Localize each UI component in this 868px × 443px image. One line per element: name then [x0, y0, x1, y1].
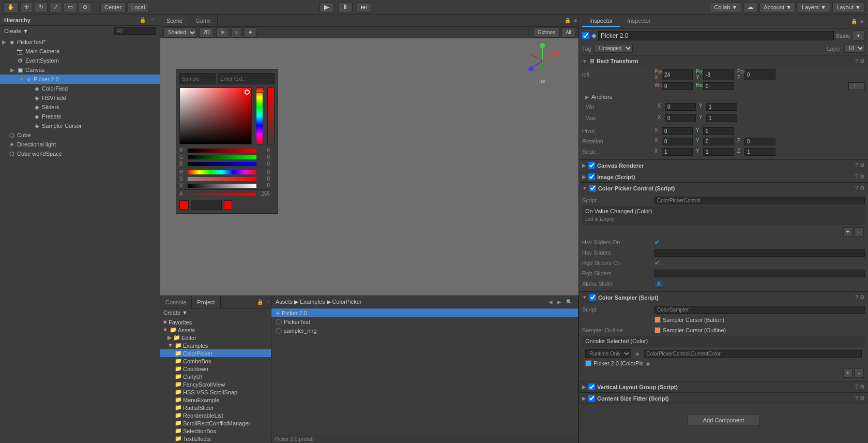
cpc-info-icon[interactable]: ? — [855, 185, 858, 191]
pos-y-input[interactable] — [703, 69, 734, 80]
tree-item-cube[interactable]: ⬡ Cube — [0, 130, 160, 140]
assets-item-cooldown[interactable]: 📁 Cooldown — [160, 365, 271, 373]
obj-active-checkbox[interactable] — [582, 32, 589, 39]
tree-item-hsv-field[interactable]: ◈ HSVField — [0, 93, 160, 102]
cpc-settings-icon[interactable]: ⚙ — [860, 185, 865, 191]
b-slider[interactable] — [188, 162, 256, 166]
anchors-header[interactable]: ▶ Anchors — [585, 94, 862, 100]
width-input[interactable] — [662, 82, 693, 90]
center-btn[interactable]: Center — [100, 2, 126, 12]
pivot-x-input[interactable] — [662, 127, 693, 135]
pos-z-input[interactable] — [744, 69, 775, 80]
2d-btn[interactable]: 2D — [199, 27, 214, 38]
height-input[interactable] — [703, 82, 734, 90]
tree-item-presets[interactable]: ◈ Presets — [0, 112, 160, 121]
assets-item-combobox[interactable]: 📁 ComboBox — [160, 357, 271, 365]
hex-input[interactable] — [191, 200, 222, 210]
rot-z-input[interactable] — [744, 138, 775, 145]
image-script-header[interactable]: ▶ Image (Script) ? ⚙ — [579, 171, 868, 182]
pivot-y-input[interactable] — [703, 127, 734, 135]
rect-tool-btn[interactable]: ▭ — [64, 2, 77, 12]
blueprint-btn[interactable]: ⋮⋮ — [848, 82, 865, 90]
layout-btn[interactable]: Layout ▼ — [832, 2, 865, 12]
project-item-pickertest[interactable]: ◯ PickerTest — [271, 317, 578, 326]
cs-script-ref[interactable] — [654, 306, 865, 314]
account-btn[interactable]: Account ▼ — [759, 2, 796, 12]
bottom-panel-menu[interactable]: ≡ — [265, 299, 271, 305]
tree-item-main-camera[interactable]: 📷 Main Camera — [0, 47, 160, 56]
hand-tool-btn[interactable]: ✋ — [3, 2, 19, 12]
assets-item-selection[interactable]: 📁 SelectionBox — [160, 427, 271, 435]
scene-menu-btn[interactable]: ≡ — [572, 17, 578, 24]
is-settings-icon[interactable]: ⚙ — [860, 173, 865, 180]
min-x-input[interactable] — [665, 103, 696, 111]
rot-x-input[interactable] — [662, 138, 693, 145]
project-create-btn[interactable]: Create ▼ — [163, 309, 188, 316]
assets-item-colorpicker[interactable]: 📁 ColorPicker — [160, 349, 271, 357]
sv-gradient[interactable] — [179, 87, 252, 144]
assets-item-text[interactable]: 📁 TextEffects — [160, 435, 271, 442]
project-tab[interactable]: Project — [192, 296, 220, 308]
cs-info-icon[interactable]: ? — [855, 294, 858, 301]
cloud-btn[interactable]: ☁ — [743, 2, 757, 12]
min-y-input[interactable] — [706, 103, 737, 111]
scale-z-input[interactable] — [744, 148, 775, 156]
v-slider[interactable] — [188, 184, 256, 188]
console-tab[interactable]: Console — [160, 296, 192, 308]
tree-item-color-field[interactable]: ◈ ColorField — [0, 84, 160, 93]
alpha-slider-v[interactable] — [267, 87, 275, 144]
csf-settings-icon[interactable]: ⚙ — [860, 395, 865, 402]
hierarchy-lock-btn[interactable]: 🔒 — [138, 17, 147, 23]
pos-x-input[interactable] — [662, 69, 693, 80]
inspector-lock-btn[interactable]: 🔒 — [849, 18, 859, 25]
rotate-tool-btn[interactable]: ↻ — [35, 2, 48, 12]
assets-item-fancy[interactable]: 📁 FancyScrollView — [160, 380, 271, 388]
fx-btn[interactable]: ✦ — [244, 27, 256, 38]
r-slider[interactable] — [188, 149, 256, 153]
assets-item-reorderable[interactable]: 📁 ReorderableList — [160, 411, 271, 419]
is-info-icon[interactable]: ? — [855, 173, 858, 180]
event-remove-btn[interactable]: - — [855, 227, 864, 237]
assets-item-favorites[interactable]: ★ Favorites — [160, 318, 271, 326]
gizmos-btn[interactable]: Gizmos — [534, 27, 559, 38]
move-tool-btn[interactable]: ✛ — [20, 2, 33, 12]
rect-transform-header[interactable]: ▼ ⊞ Rect Transform ? ⚙ — [579, 55, 868, 67]
cr-checkbox[interactable] — [588, 162, 595, 169]
bottom-panel-lock[interactable]: 🔒 — [255, 299, 265, 305]
breadcrumb-colorpicker[interactable]: ColorPicker — [332, 299, 362, 305]
csf-checkbox[interactable] — [588, 395, 595, 402]
sample-input[interactable] — [179, 73, 216, 84]
game-tab[interactable]: Game — [189, 14, 218, 26]
vlg-header[interactable]: ▶ Vertical Layout Group (Script) ? ⚙ — [579, 381, 868, 392]
cr-settings-icon[interactable]: ⚙ — [860, 162, 865, 169]
hierarchy-create-btn[interactable]: Create ▼ — [4, 28, 28, 34]
inspector-tab[interactable]: Inspector — [582, 16, 620, 27]
scale-x-input[interactable] — [662, 148, 693, 156]
event-remove-btn2[interactable]: - — [855, 368, 864, 378]
tree-item-picker-2[interactable]: ▼ ◈ Picker 2.0 — [0, 75, 160, 84]
hierarchy-menu-btn[interactable]: ≡ — [149, 17, 156, 23]
cpc-header[interactable]: ▼ Color Picker Control (Script) ? ⚙ — [579, 183, 868, 194]
runtime-dropdown[interactable]: Runtime Only — [585, 349, 631, 358]
project-item-sampler-ring[interactable]: ◯ sampler_ring — [271, 326, 578, 335]
hsv-sliders-ref[interactable] — [654, 249, 865, 257]
project-item-picker2[interactable]: ◈ Picker 2.0 — [271, 308, 578, 317]
vlg-info-icon[interactable]: ? — [855, 383, 858, 390]
proj-back-btn[interactable]: ◀ — [547, 299, 554, 305]
tree-item-event-system[interactable]: ⚙ EventSystem — [0, 56, 160, 65]
rot-y-input[interactable] — [703, 138, 734, 145]
inspector-menu-btn[interactable]: ≡ — [859, 18, 865, 25]
assets-item-editor[interactable]: ▶ 📁 Editor — [160, 334, 271, 342]
assets-item-curlyui[interactable]: 📁 CurlyUI — [160, 373, 271, 380]
shaded-select[interactable]: Shaded — [163, 27, 197, 38]
tree-item-sampler-cursor[interactable]: ◈ Sampler Cursor — [0, 121, 160, 130]
s-slider[interactable] — [188, 177, 256, 181]
proj-search-btn[interactable]: 🔍 — [565, 299, 574, 305]
vlg-settings-icon[interactable]: ⚙ — [860, 383, 865, 390]
layer-select[interactable]: UI — [844, 44, 865, 53]
assets-item-assets[interactable]: ▼ 📁 Assets — [160, 326, 271, 334]
assets-item-radial[interactable]: 📁 RadialSlider — [160, 404, 271, 411]
scale-tool-btn[interactable]: ⤢ — [49, 2, 62, 12]
tree-item-cube-worldspace[interactable]: ⬡ Cube worldSpace — [0, 149, 160, 158]
hierarchy-search[interactable] — [114, 27, 156, 35]
